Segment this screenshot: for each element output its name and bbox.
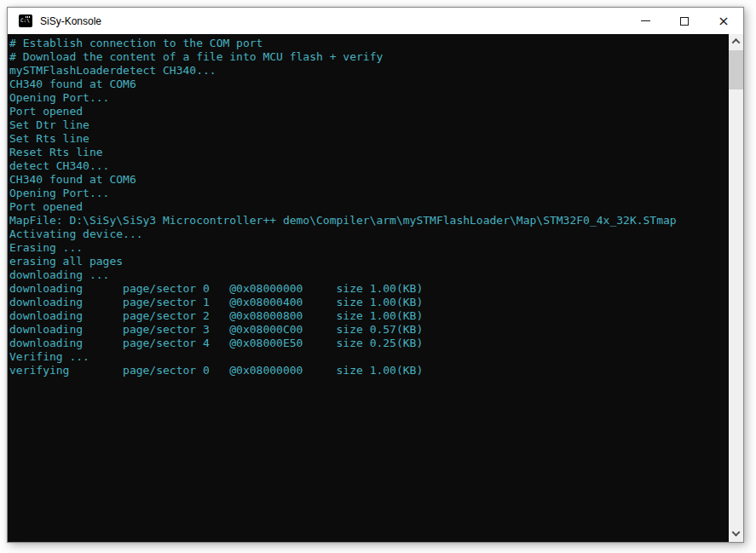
scroll-up-button[interactable] xyxy=(729,34,743,49)
console-area: # Establish connection to the COM port #… xyxy=(8,34,743,542)
chevron-up-icon xyxy=(732,38,741,47)
scroll-down-button[interactable] xyxy=(729,527,743,542)
vertical-scrollbar[interactable] xyxy=(729,34,743,542)
maximize-button[interactable] xyxy=(665,8,704,34)
minimize-icon xyxy=(641,20,650,21)
console-app-icon: C:\ xyxy=(19,14,32,27)
titlebar[interactable]: C:\ SiSy-Konsole × xyxy=(8,8,743,34)
chevron-down-icon xyxy=(732,528,741,537)
close-button[interactable]: × xyxy=(704,8,743,34)
console-window: C:\ SiSy-Konsole × # Establish connectio… xyxy=(7,7,744,543)
close-icon: × xyxy=(718,14,729,28)
maximize-icon xyxy=(680,17,689,26)
console-output: # Establish connection to the COM port #… xyxy=(8,34,729,542)
window-title: SiSy-Konsole xyxy=(40,15,101,27)
console-icon-prompt-text: C:\ xyxy=(20,18,30,23)
scrollbar-thumb[interactable] xyxy=(729,50,743,89)
minimize-button[interactable] xyxy=(626,8,665,34)
